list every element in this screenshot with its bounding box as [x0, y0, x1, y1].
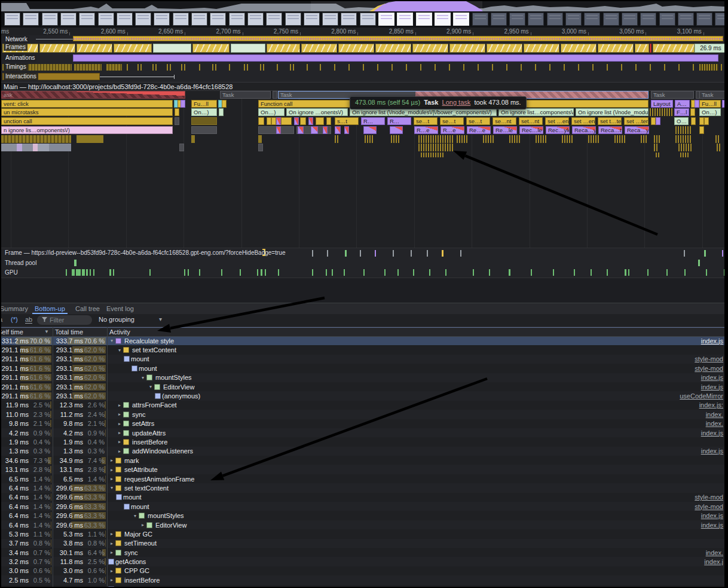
frame-block[interactable] — [114, 44, 152, 53]
source-link[interactable]: index.js — [701, 522, 723, 529]
flame-entry[interactable] — [258, 144, 263, 151]
source-link[interactable]: index.js — [701, 383, 723, 391]
table-row[interactable]: 331.2 ms70.0 %333.7 ms70.6 %▾Recalculate… — [1, 336, 724, 345]
flame-entry[interactable]: On ignore list (\/node_modules\/|\/bower… — [576, 108, 649, 116]
flame-entry[interactable]: On…) — [699, 108, 721, 116]
flame-entry[interactable]: O… — [674, 117, 689, 125]
frame-block[interactable] — [635, 44, 649, 53]
table-row[interactable]: 4.2 ms0.9 %4.2 ms0.9 %▸updateAttrsindex.… — [1, 428, 724, 437]
flame-entry[interactable] — [316, 117, 324, 125]
table-row[interactable]: 6.4 ms1.4 %299.6 ms63.3 %▾mountstyle-mod — [1, 502, 724, 511]
flame-entry[interactable]: Reca…tyle — [598, 126, 622, 134]
expand-icon[interactable]: ▸ — [108, 531, 115, 537]
flame-entry[interactable] — [717, 144, 720, 151]
flame-entry[interactable]: se…t — [440, 117, 464, 125]
expand-icon[interactable]: ▸ — [139, 522, 146, 528]
tab-call-tree[interactable]: Call tree — [73, 303, 102, 314]
frame-duration-chip[interactable]: 26.9 ms — [695, 44, 727, 53]
flame-entry[interactable]: R…e — [414, 126, 438, 134]
filmstrip-thumbnail[interactable] — [378, 13, 394, 26]
flame-entry[interactable] — [326, 117, 331, 125]
expand-icon[interactable]: ▸ — [108, 550, 115, 555]
flame-entry[interactable]: Task — [699, 91, 727, 99]
flame-entry[interactable] — [298, 126, 304, 134]
frame-track[interactable]: Frame — https://id-preview--bd53fd9d-728… — [1, 248, 724, 260]
frame-block[interactable] — [267, 44, 300, 53]
expand-icon[interactable]: ▸ — [108, 577, 115, 583]
table-row[interactable]: 2.5 ms0.5 %4.7 ms1.0 %▸insertBefore — [1, 575, 724, 584]
flame-entry[interactable] — [77, 135, 103, 143]
gpu-track[interactable]: GPU — [1, 268, 724, 278]
long-task-link[interactable]: Long task — [442, 99, 471, 106]
filmstrip-thumbnail[interactable] — [696, 13, 712, 26]
flame-entry[interactable] — [267, 117, 271, 125]
flame-entry[interactable] — [483, 135, 495, 143]
filmstrip-thumbnail[interactable] — [659, 13, 675, 26]
flame-entry[interactable] — [222, 100, 227, 108]
filmstrip-thumbnail[interactable] — [322, 13, 338, 26]
tab-bottom-up[interactable]: Bottom-up — [32, 303, 68, 314]
frame-block[interactable] — [192, 44, 230, 53]
flame-entry[interactable] — [704, 117, 709, 125]
filmstrip-thumbnail[interactable] — [341, 13, 357, 26]
frame-block[interactable] — [153, 44, 191, 53]
thread-pool-track[interactable]: Thread pool — [1, 258, 724, 269]
flame-entry[interactable] — [588, 135, 600, 143]
flame-entry[interactable] — [699, 117, 704, 125]
filmstrip-thumbnail[interactable] — [4, 13, 20, 26]
filmstrip-thumbnail[interactable] — [547, 13, 563, 26]
filmstrip-thumbnail[interactable] — [622, 13, 638, 26]
filmstrip-thumbnail[interactable] — [42, 13, 58, 26]
table-row[interactable]: 1.9 ms0.4 %1.9 ms0.4 %▸insertBefore — [1, 437, 724, 446]
source-link[interactable]: style-mod — [695, 355, 723, 362]
frames-track[interactable]: Frames 26.9 ms — [1, 43, 724, 54]
flame-entry[interactable] — [1, 144, 71, 151]
flame-entry[interactable] — [191, 117, 217, 125]
filmstrip-thumbnail[interactable] — [565, 13, 582, 26]
flame-entry[interactable]: R…e — [441, 126, 464, 134]
table-row[interactable]: 6.4 ms1.4 %299.6 ms63.3 %▾set textConten… — [1, 483, 724, 492]
table-row[interactable]: 291.1 ms61.6 %293.1 ms62.0 %▾mountstyle-… — [1, 364, 724, 373]
filmstrip-thumbnail[interactable] — [304, 13, 320, 26]
source-link[interactable]: index. — [706, 420, 723, 427]
flame-entry[interactable] — [335, 135, 339, 143]
flame-entry[interactable] — [191, 135, 195, 143]
expand-icon[interactable]: ▸ — [116, 412, 123, 417]
frame-block[interactable] — [653, 44, 695, 53]
flame-entry[interactable]: set …ent — [571, 117, 595, 125]
flame-entry[interactable] — [391, 135, 400, 143]
flame-entry[interactable] — [715, 135, 720, 143]
column-activity[interactable]: Activity — [109, 328, 130, 336]
frame-block[interactable] — [77, 44, 112, 53]
flame-entry[interactable] — [181, 100, 185, 108]
flame-entry[interactable]: Task — [220, 91, 271, 99]
flame-entry[interactable] — [656, 117, 660, 125]
source-link[interactable]: style-mod — [695, 365, 723, 372]
collapse-icon[interactable]: ▾ — [147, 384, 154, 389]
flame-entry[interactable]: On ignore …onents\/) — [286, 108, 348, 116]
table-row[interactable]: 6.5 ms1.4 %6.5 ms1.4 %▸requestAnimationF… — [1, 474, 724, 483]
flame-entry[interactable] — [365, 135, 374, 143]
flame-entry[interactable]: Task — [651, 91, 694, 99]
filmstrip-thumbnail[interactable] — [154, 13, 170, 26]
flame-entry[interactable]: se…t — [414, 117, 438, 125]
filmstrip-thumbnail[interactable] — [266, 13, 282, 26]
flame-entry[interactable]: R… — [387, 117, 411, 125]
flame-entry[interactable] — [258, 135, 262, 143]
flame-entry[interactable] — [675, 126, 692, 134]
main-thread-header[interactable]: Main — http://localhost:3000/projects/bd… — [1, 82, 724, 91]
flame-entry[interactable]: set t…tent — [598, 117, 622, 125]
column-divider[interactable] — [107, 327, 108, 588]
column-self-time[interactable]: Self time — [0, 328, 23, 336]
frame-block[interactable] — [650, 44, 651, 53]
frame-block[interactable] — [598, 44, 634, 53]
flame-entry[interactable] — [418, 144, 453, 151]
flame-entry[interactable]: Layout — [651, 100, 673, 108]
source-link[interactable]: style-mod — [695, 493, 723, 501]
flame-entry[interactable]: R… — [361, 117, 385, 125]
grouping-select[interactable]: No grouping — [99, 316, 134, 323]
expand-icon[interactable]: ▸ — [108, 467, 115, 473]
flame-entry[interactable] — [258, 117, 264, 125]
flame-entry[interactable] — [536, 135, 547, 143]
flame-entry[interactable] — [678, 144, 692, 151]
